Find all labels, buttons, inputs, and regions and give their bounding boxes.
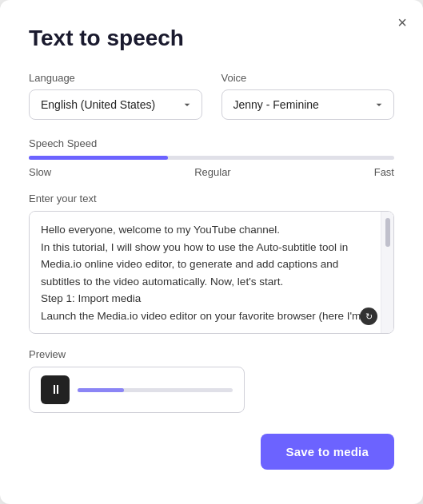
speed-fast-label: Fast — [374, 166, 394, 178]
preview-progress-filled — [78, 388, 124, 392]
preview-progress-track[interactable] — [78, 388, 233, 392]
refresh-icon: ↻ — [365, 312, 373, 322]
voice-select[interactable]: Jenny - Feminine Ryan - Masculine Emma -… — [221, 89, 395, 120]
speed-labels: Slow Regular Fast — [29, 166, 394, 178]
speed-track[interactable] — [29, 156, 394, 160]
close-button[interactable]: × — [397, 14, 407, 30]
scrollbar-thumb — [385, 218, 390, 247]
language-field: Language English (United States) Spanish… — [29, 72, 202, 120]
speed-track-filled — [29, 156, 168, 160]
language-select[interactable]: English (United States) Spanish French G… — [29, 89, 202, 120]
speech-speed-label: Speech Speed — [29, 137, 394, 149]
textarea-wrapper: ↻ — [29, 211, 394, 334]
modal-title: Text to speech — [29, 26, 394, 51]
text-area-label: Enter your text — [29, 192, 394, 204]
preview-bar: ⏸ — [29, 367, 245, 413]
voice-field: Voice Jenny - Feminine Ryan - Masculine … — [221, 72, 395, 120]
preview-label: Preview — [29, 348, 394, 360]
modal-container: × Text to speech Language English (Unite… — [0, 0, 423, 504]
text-input[interactable] — [30, 212, 393, 330]
speech-speed-section: Speech Speed Slow Regular Fast — [29, 137, 394, 178]
dropdowns-row: Language English (United States) Spanish… — [29, 72, 394, 120]
voice-label: Voice — [221, 72, 395, 84]
play-pause-button[interactable]: ⏸ — [41, 375, 70, 404]
speed-slow-label: Slow — [29, 166, 51, 178]
refresh-button[interactable]: ↻ — [360, 308, 377, 325]
save-to-media-button[interactable]: Save to media — [261, 434, 394, 470]
speed-regular-label: Regular — [194, 166, 231, 178]
play-pause-icon: ⏸ — [50, 383, 61, 397]
language-label: Language — [29, 72, 202, 84]
scrollbar[interactable] — [381, 212, 393, 333]
footer: Save to media — [29, 434, 394, 470]
